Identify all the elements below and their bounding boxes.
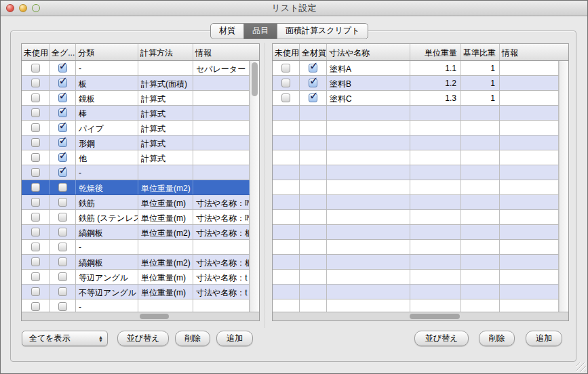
column-header-unused[interactable]: 未使用: [273, 44, 300, 60]
table-row[interactable]: パイプ計算式: [22, 121, 250, 136]
checkbox[interactable]: [58, 153, 67, 162]
checkbox[interactable]: [58, 79, 67, 87]
table-row[interactable]: -: [22, 165, 250, 180]
checkbox[interactable]: [31, 183, 40, 192]
table-row[interactable]: 鏡板計算式: [22, 91, 250, 106]
left-delete-button[interactable]: 削除: [175, 331, 210, 346]
table-row[interactable]: 不等辺アングル単位重量(m)寸法や名称：t: [22, 285, 250, 299]
checkbox[interactable]: [31, 228, 40, 236]
checkbox[interactable]: [31, 272, 40, 281]
checkbox[interactable]: [309, 64, 317, 72]
vertical-scrollbar-thumb[interactable]: [252, 62, 258, 96]
table-row[interactable]: 塗料B1.21: [273, 76, 559, 91]
checkbox[interactable]: [58, 123, 67, 132]
left-add-button[interactable]: 追加: [216, 331, 253, 346]
horizontal-scrollbar[interactable]: [273, 312, 568, 320]
checkbox[interactable]: [58, 287, 67, 296]
table-row[interactable]: -: [22, 240, 250, 255]
checkbox[interactable]: [58, 243, 67, 251]
checkbox[interactable]: [58, 94, 67, 102]
checkbox[interactable]: [31, 302, 40, 311]
checkbox[interactable]: [281, 79, 290, 87]
table-row[interactable]: 形鋼計算式: [22, 136, 250, 150]
checkbox[interactable]: [31, 153, 40, 162]
right-sort-button[interactable]: 並び替え: [414, 331, 469, 346]
table-row[interactable]: -: [22, 299, 250, 312]
checkbox[interactable]: [58, 302, 67, 311]
table-row[interactable]: [273, 210, 559, 225]
horizontal-scrollbar-thumb[interactable]: [140, 314, 169, 319]
checkbox[interactable]: [31, 79, 40, 87]
checkbox[interactable]: [309, 94, 317, 102]
checkbox[interactable]: [31, 287, 40, 296]
table-row[interactable]: 鉄筋 (ステンレス単位重量(m)寸法や名称：呼: [22, 210, 250, 225]
table-row[interactable]: 板計算式(面積): [22, 76, 250, 91]
table-row[interactable]: 乾燥後単位重量(m2): [22, 180, 250, 195]
horizontal-scrollbar[interactable]: [22, 312, 259, 320]
table-row[interactable]: [273, 165, 559, 180]
minimize-button[interactable]: [19, 4, 27, 12]
checkbox[interactable]: [58, 108, 67, 117]
checkbox[interactable]: [58, 257, 67, 266]
table-row[interactable]: [273, 180, 559, 195]
table-row[interactable]: 縞鋼板単位重量(m2)寸法や名称：板: [22, 225, 250, 240]
column-header-info[interactable]: 情報: [500, 44, 568, 60]
tab-material[interactable]: 材質: [211, 24, 244, 39]
table-row[interactable]: [273, 255, 559, 270]
checkbox[interactable]: [281, 94, 290, 102]
resize-grip[interactable]: [576, 362, 586, 372]
tab-item[interactable]: 品目: [244, 24, 277, 39]
table-row[interactable]: [273, 121, 559, 136]
table-row[interactable]: 等辺アングル単位重量(m)寸法や名称：t: [22, 270, 250, 285]
column-header-category[interactable]: 分類: [76, 44, 138, 60]
checkbox[interactable]: [58, 168, 67, 177]
column-header-all-material[interactable]: 全材質: [300, 44, 327, 60]
table-row[interactable]: [273, 136, 559, 150]
table-row[interactable]: [273, 285, 559, 299]
checkbox[interactable]: [309, 79, 317, 87]
table-row[interactable]: [273, 299, 559, 312]
checkbox[interactable]: [31, 168, 40, 177]
column-header-all-group[interactable]: 全グ...: [50, 44, 76, 60]
column-header-unit-weight[interactable]: 単位重量: [410, 44, 461, 60]
table-row[interactable]: [273, 270, 559, 285]
checkbox[interactable]: [31, 108, 40, 117]
checkbox[interactable]: [31, 257, 40, 266]
table-row[interactable]: -セパレーター: [22, 61, 250, 76]
zoom-button[interactable]: [32, 4, 40, 12]
checkbox[interactable]: [31, 243, 40, 251]
table-row[interactable]: [273, 195, 559, 210]
filter-dropdown[interactable]: 全てを表示 ▲▼: [22, 331, 108, 346]
column-header-method[interactable]: 計算方法: [138, 44, 193, 60]
table-row[interactable]: [273, 150, 559, 165]
horizontal-scrollbar-thumb[interactable]: [410, 314, 460, 319]
checkbox[interactable]: [281, 64, 290, 72]
table-row[interactable]: [273, 240, 559, 255]
table-row[interactable]: [273, 225, 559, 240]
table-row[interactable]: 他計算式: [22, 150, 250, 165]
vertical-scrollbar[interactable]: [250, 61, 259, 312]
checkbox[interactable]: [58, 213, 67, 222]
table-row[interactable]: 棒計算式: [22, 106, 250, 121]
right-delete-button[interactable]: 削除: [479, 331, 515, 346]
tab-area-script[interactable]: 面積計算スクリプト: [277, 24, 368, 39]
checkbox[interactable]: [31, 213, 40, 222]
column-header-specific-gravity[interactable]: 基準比重: [461, 44, 500, 60]
checkbox[interactable]: [58, 272, 67, 281]
checkbox[interactable]: [58, 198, 67, 207]
right-add-button[interactable]: 追加: [526, 331, 562, 346]
table-row[interactable]: [273, 106, 559, 121]
close-button[interactable]: [6, 4, 14, 12]
checkbox[interactable]: [31, 123, 40, 132]
pane-splitter[interactable]: [264, 43, 266, 328]
checkbox[interactable]: [31, 198, 40, 207]
table-row[interactable]: 塗料A1.11: [273, 61, 559, 76]
column-header-info[interactable]: 情報: [193, 44, 259, 60]
vertical-scrollbar[interactable]: [559, 61, 568, 312]
checkbox[interactable]: [31, 64, 40, 72]
checkbox[interactable]: [58, 228, 67, 236]
checkbox[interactable]: [31, 94, 40, 102]
checkbox[interactable]: [58, 138, 67, 147]
table-row[interactable]: 縞鋼板単位重量(m2)寸法や名称：板: [22, 255, 250, 270]
column-header-name[interactable]: 寸法や名称: [327, 44, 410, 60]
